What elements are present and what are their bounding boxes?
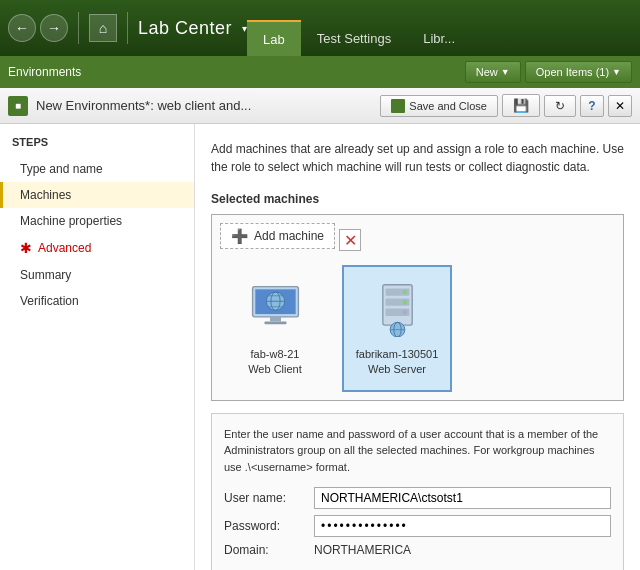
back-button[interactable]: ← xyxy=(8,14,36,42)
machine-2-name: fabrikam-130501 Web Server xyxy=(356,347,439,378)
machines-row: fab-w8-21 Web Client xyxy=(220,265,615,392)
password-row: Password: xyxy=(224,515,611,537)
step-machines[interactable]: Machines xyxy=(0,182,194,208)
user-name-input[interactable] xyxy=(314,487,611,509)
machines-container: ➕ Add machine ✕ xyxy=(211,214,624,401)
open-items-label: Open Items (1) xyxy=(536,66,609,78)
password-label: Password: xyxy=(224,519,314,533)
domain-label: Domain: xyxy=(224,543,314,557)
help-button[interactable]: ? xyxy=(580,95,604,117)
nav-buttons: ← → ⌂ Lab Center ▾ xyxy=(8,12,247,44)
toolbar-label: Environments xyxy=(8,65,461,79)
environments-toolbar: Environments New ▼ Open Items (1) ▼ xyxy=(0,56,640,88)
save-and-close-button[interactable]: Save and Close xyxy=(380,95,498,117)
user-name-label: User name: xyxy=(224,491,314,505)
password-input[interactable] xyxy=(314,515,611,537)
svg-point-13 xyxy=(402,299,407,304)
save-disk-icon: 💾 xyxy=(513,98,529,113)
domain-row: Domain: NORTHAMERICA xyxy=(224,543,611,557)
web-server-icon xyxy=(367,279,427,339)
machine-1-name: fab-w8-21 Web Client xyxy=(248,347,302,378)
tab-lab[interactable]: Lab xyxy=(247,20,301,56)
close-icon: ✕ xyxy=(615,99,625,113)
home-button[interactable]: ⌂ xyxy=(89,14,117,42)
save-close-label: Save and Close xyxy=(409,100,487,112)
refresh-button[interactable]: ↻ xyxy=(544,95,576,117)
step-machine-properties-label: Machine properties xyxy=(20,214,122,228)
svg-point-15 xyxy=(402,309,407,314)
step-summary[interactable]: Summary xyxy=(0,262,194,288)
step-machine-properties[interactable]: Machine properties xyxy=(0,208,194,234)
nav-divider2 xyxy=(127,12,128,44)
top-bar: ← → ⌂ Lab Center ▾ Lab Test Settings Lib… xyxy=(0,0,640,56)
main-tabs: Lab Test Settings Libr... xyxy=(247,0,471,56)
machine-card-web-server[interactable]: fabrikam-130501 Web Server xyxy=(342,265,452,392)
window-icon: ■ xyxy=(8,96,28,116)
window-actions: Save and Close 💾 ↻ ? ✕ xyxy=(380,94,632,117)
svg-point-11 xyxy=(402,289,407,294)
help-icon: ? xyxy=(588,99,595,113)
step-verification-label: Verification xyxy=(20,294,79,308)
content-description: Add machines that are already set up and… xyxy=(211,140,624,176)
credentials-description: Enter the user name and password of a us… xyxy=(224,426,611,476)
new-dropdown-arrow: ▼ xyxy=(501,67,510,77)
step-summary-label: Summary xyxy=(20,268,71,282)
step-machines-label: Machines xyxy=(20,188,71,202)
svg-rect-7 xyxy=(270,316,281,321)
step-type-and-name-label: Type and name xyxy=(20,162,103,176)
machine-card-web-client[interactable]: fab-w8-21 Web Client xyxy=(220,265,330,392)
main-content: Steps Type and name Machines Machine pro… xyxy=(0,124,640,570)
remove-machine-button[interactable]: ✕ xyxy=(339,229,361,251)
app-title: Lab Center xyxy=(138,18,232,39)
advanced-error-icon: ✱ xyxy=(20,240,32,256)
step-verification[interactable]: Verification xyxy=(0,288,194,314)
window-titlebar: ■ New Environments*: web client and... S… xyxy=(0,88,640,124)
window-title: New Environments*: web client and... xyxy=(36,98,380,113)
refresh-icon: ↻ xyxy=(555,99,565,113)
save-button[interactable]: 💾 xyxy=(502,94,540,117)
svg-rect-8 xyxy=(264,321,286,324)
remove-icon: ✕ xyxy=(344,231,357,250)
add-machine-label: Add machine xyxy=(254,229,324,243)
domain-value: NORTHAMERICA xyxy=(314,543,404,557)
tab-libr[interactable]: Libr... xyxy=(407,20,471,56)
open-items-button[interactable]: Open Items (1) ▼ xyxy=(525,61,632,83)
steps-sidebar: Steps Type and name Machines Machine pro… xyxy=(0,124,195,570)
selected-machines-label: Selected machines xyxy=(211,192,624,206)
forward-button[interactable]: → xyxy=(40,14,68,42)
save-icon xyxy=(391,99,405,113)
new-button[interactable]: New ▼ xyxy=(465,61,521,83)
add-machine-icon: ➕ xyxy=(231,228,248,244)
machines-toolbar: ➕ Add machine ✕ xyxy=(220,223,615,257)
add-machine-button[interactable]: ➕ Add machine xyxy=(220,223,335,249)
close-button[interactable]: ✕ xyxy=(608,95,632,117)
step-advanced[interactable]: ✱ Advanced xyxy=(0,234,194,262)
nav-divider xyxy=(78,12,79,44)
window-icon-glyph: ■ xyxy=(15,100,21,111)
credentials-section: Enter the user name and password of a us… xyxy=(211,413,624,570)
step-advanced-label: Advanced xyxy=(38,241,91,255)
step-type-and-name[interactable]: Type and name xyxy=(0,156,194,182)
open-items-dropdown-arrow: ▼ xyxy=(612,67,621,77)
user-name-row: User name: xyxy=(224,487,611,509)
web-client-icon xyxy=(245,279,305,339)
tab-test-settings[interactable]: Test Settings xyxy=(301,20,407,56)
steps-heading: Steps xyxy=(0,136,194,156)
new-label: New xyxy=(476,66,498,78)
content-area: Add machines that are already set up and… xyxy=(195,124,640,570)
